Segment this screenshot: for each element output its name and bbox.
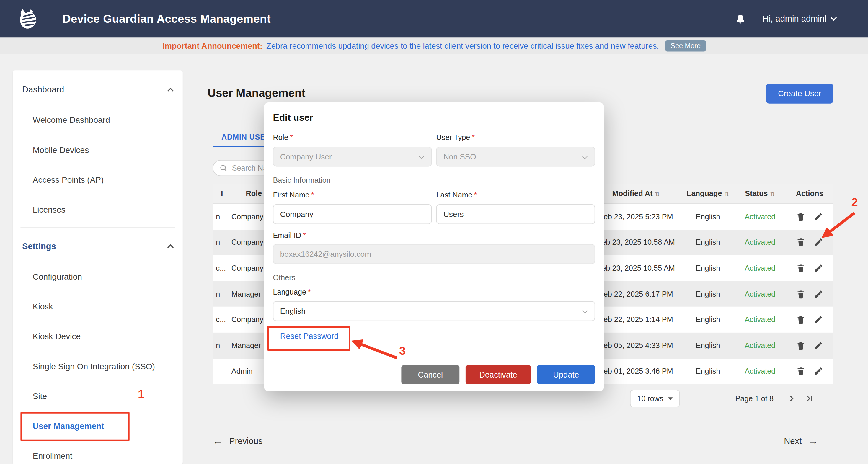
edit-icon[interactable] (814, 367, 823, 376)
sidebar-item-site[interactable]: Site (13, 381, 183, 410)
status-badge: Activated (734, 290, 786, 298)
annotation-box-user-management (20, 412, 129, 441)
status-badge: Activated (734, 315, 786, 324)
sidebar-item-licenses[interactable]: Licenses (13, 194, 183, 224)
zebra-logo (14, 6, 40, 32)
arrow-left-icon: ← (213, 435, 223, 447)
user-type-value: Non SSO (443, 152, 476, 161)
delete-icon[interactable] (796, 289, 805, 299)
edit-icon[interactable] (814, 263, 823, 273)
cell-language: English (682, 238, 734, 246)
cell-actions (786, 263, 833, 273)
page-info: Page 1 of 8 (736, 394, 774, 403)
sidebar-item-configuration[interactable]: Configuration (13, 261, 183, 291)
delete-icon[interactable] (796, 238, 805, 247)
footer-navigation: ← Previous Next → (213, 435, 833, 447)
last-name-label: Last Name* (436, 191, 595, 199)
column-header-id: I (213, 189, 231, 197)
language-label: Language* (273, 288, 595, 296)
arrow-right-icon: → (808, 435, 818, 447)
caret-down-icon (669, 397, 673, 400)
required-marker: * (474, 191, 477, 199)
sidebar-item-kiosk-device[interactable]: Kiosk Device (13, 321, 183, 351)
cell-actions (786, 367, 833, 376)
modal-title: Edit user (273, 113, 595, 124)
column-label: Language (687, 189, 722, 197)
delete-icon[interactable] (796, 341, 805, 350)
role-select: Company User (273, 147, 432, 167)
last-name-field[interactable] (436, 204, 595, 224)
chevron-up-icon (167, 244, 174, 251)
cell-actions (786, 341, 833, 350)
sidebar-item-mobile-devices[interactable]: Mobile Devices (13, 134, 183, 164)
previous-button[interactable]: ← Previous (213, 435, 262, 447)
cell-actions (786, 315, 833, 324)
notification-bell-icon[interactable] (734, 13, 746, 25)
delete-icon[interactable] (796, 367, 805, 376)
sidebar: Dashboard Welcome Dashboard Mobile Devic… (13, 70, 183, 464)
column-header-language[interactable]: Language⇅ (682, 189, 734, 197)
update-button[interactable]: Update (537, 365, 595, 384)
delete-icon[interactable] (796, 212, 805, 221)
sidebar-section-label: Settings (22, 242, 56, 251)
user-greeting: Hi, admin adminl (763, 14, 826, 24)
user-type-select: Non SSO (436, 147, 595, 167)
sidebar-divider (20, 227, 175, 228)
chevron-up-icon (167, 88, 174, 94)
app-root: Device Guardian Access Management Hi, ad… (0, 0, 868, 464)
edit-icon[interactable] (814, 289, 823, 299)
cell-language: English (682, 367, 734, 375)
required-marker: * (472, 133, 475, 142)
status-badge: Activated (734, 264, 786, 272)
next-label: Next (784, 436, 802, 446)
cell-language: English (682, 264, 734, 272)
sidebar-section-label: Dashboard (22, 85, 64, 95)
sidebar-item-welcome-dashboard[interactable]: Welcome Dashboard (13, 104, 183, 134)
cell-id: c... (213, 264, 231, 272)
language-value: English (280, 307, 306, 315)
sort-icon: ⇅ (724, 190, 729, 197)
modal-buttons: Cancel Deactivate Update (401, 365, 595, 384)
sidebar-item-access-points[interactable]: Access Points (AP) (13, 164, 183, 194)
next-button[interactable]: Next → (784, 435, 818, 447)
column-header-status[interactable]: Status⇅ (734, 189, 786, 197)
cell-language: English (682, 315, 734, 324)
search-icon (220, 164, 227, 172)
sidebar-section-dashboard[interactable]: Dashboard (13, 75, 183, 104)
top-bar: Device Guardian Access Management Hi, ad… (0, 0, 868, 38)
required-marker: * (308, 288, 311, 296)
see-more-button[interactable]: See More (665, 40, 705, 52)
edit-icon[interactable] (814, 315, 823, 324)
cell-id: n (213, 238, 231, 246)
first-name-field[interactable] (273, 204, 432, 224)
user-menu[interactable]: Hi, admin adminl (763, 14, 836, 24)
edit-icon[interactable] (814, 341, 823, 350)
app-title: Device Guardian Access Management (63, 12, 271, 25)
sidebar-section-settings[interactable]: Settings (13, 231, 183, 261)
language-select[interactable]: English (273, 301, 595, 321)
delete-icon[interactable] (796, 315, 805, 324)
rows-per-page-value: 10 rows (637, 394, 663, 403)
next-page-icon[interactable] (787, 394, 797, 403)
rows-per-page-select[interactable]: 10 rows (630, 390, 680, 407)
cancel-button[interactable]: Cancel (401, 365, 459, 384)
status-badge: Activated (734, 213, 786, 221)
previous-label: Previous (229, 436, 262, 446)
status-badge: Activated (734, 341, 786, 349)
annotation-arrow-3 (349, 331, 404, 364)
required-marker: * (311, 191, 314, 199)
deactivate-button[interactable]: Deactivate (466, 365, 531, 384)
column-label: Status (745, 189, 768, 197)
sidebar-item-kiosk[interactable]: Kiosk (13, 291, 183, 321)
delete-icon[interactable] (796, 263, 805, 273)
annotation-step-1-label: 1 (138, 388, 144, 401)
sidebar-item-enrollment[interactable]: Enrollment (13, 441, 183, 464)
pagination-bar: 10 rows Page 1 of 8 (213, 389, 833, 408)
announcement-bar: Important Announcement: Zebra recommends… (0, 38, 868, 54)
cell-id: n (213, 290, 231, 298)
sidebar-item-sso[interactable]: Single Sign On Integration (SSO) (13, 351, 183, 381)
create-user-button[interactable]: Create User (766, 84, 833, 103)
last-page-icon[interactable] (805, 394, 814, 403)
basic-information-section-label: Basic Information (273, 176, 595, 184)
chevron-down-icon (582, 153, 588, 159)
